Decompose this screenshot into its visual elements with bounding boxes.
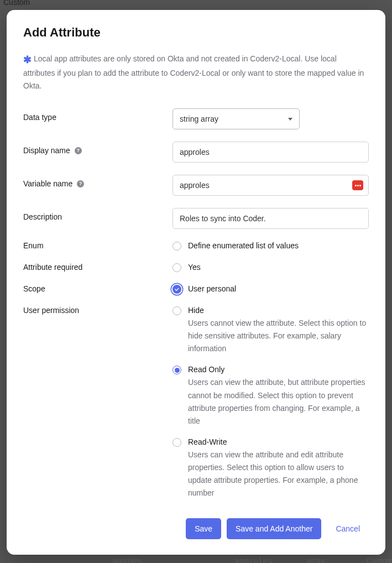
autofill-icon[interactable] — [352, 180, 363, 190]
label-data-type: Data type — [23, 108, 173, 122]
bg-text: Custom — [367, 556, 392, 563]
permission-readonly-desc: Users can view the attribute, but attrib… — [188, 376, 369, 427]
bg-text: Custom — [3, 0, 30, 7]
bg-text: array — [307, 556, 325, 563]
permission-hide-desc: Users cannot view the attribute. Select … — [188, 317, 369, 355]
help-icon[interactable]: ? — [77, 180, 84, 187]
permission-hide-label: Hide — [188, 306, 369, 315]
scope-checkbox[interactable] — [173, 285, 181, 294]
label-required: Attribute required — [23, 263, 173, 272]
label-description: Description — [23, 208, 173, 221]
info-text-content: Local app attributes are only stored on … — [23, 54, 364, 90]
label-scope: Scope — [23, 284, 173, 293]
cancel-button[interactable]: Cancel — [327, 518, 369, 539]
permission-radio-readonly[interactable] — [173, 366, 181, 374]
required-option: Yes — [188, 263, 369, 272]
permission-radio-readwrite[interactable] — [173, 438, 181, 447]
required-checkbox[interactable] — [173, 263, 181, 272]
permission-radio-hide[interactable] — [173, 306, 181, 315]
label-variable-name: Variable name ? — [23, 175, 173, 188]
caret-down-icon — [288, 118, 292, 121]
permission-readonly-label: Read Only — [188, 365, 369, 374]
variable-name-input[interactable] — [173, 175, 369, 196]
permission-readwrite-label: Read-Write — [188, 437, 369, 446]
check-icon — [174, 286, 180, 292]
description-input[interactable] — [173, 208, 369, 229]
modal-title: Add Attribute — [23, 25, 369, 40]
data-type-select[interactable]: string array — [173, 108, 300, 129]
help-icon[interactable]: ? — [75, 147, 82, 154]
asterisk-icon: ✱ — [23, 54, 32, 65]
save-button[interactable]: Save — [186, 518, 221, 539]
enum-checkbox[interactable] — [173, 242, 181, 251]
label-permission: User permission — [23, 306, 173, 315]
label-variable-name-text: Variable name — [23, 179, 72, 188]
label-display-name: Display name ? — [23, 142, 173, 155]
save-add-another-button[interactable]: Save and Add Another — [227, 518, 321, 539]
scope-option: User personal — [188, 284, 369, 293]
label-display-name-text: Display name — [23, 146, 70, 155]
enum-option: Define enumerated list of values — [188, 241, 369, 250]
bg-text: approles — [235, 556, 272, 563]
add-attribute-modal: Add Attribute ✱ Local app attributes are… — [7, 10, 385, 555]
permission-readwrite-desc: Users can view the attribute and edit at… — [188, 449, 369, 499]
modal-footer: Save Save and Add Another Cancel — [23, 505, 369, 539]
data-type-value: string array — [180, 114, 218, 123]
bg-text: approles — [112, 556, 142, 563]
info-text: ✱ Local app attributes are only stored o… — [23, 50, 369, 93]
label-enum: Enum — [23, 241, 173, 250]
display-name-input[interactable] — [173, 142, 369, 163]
